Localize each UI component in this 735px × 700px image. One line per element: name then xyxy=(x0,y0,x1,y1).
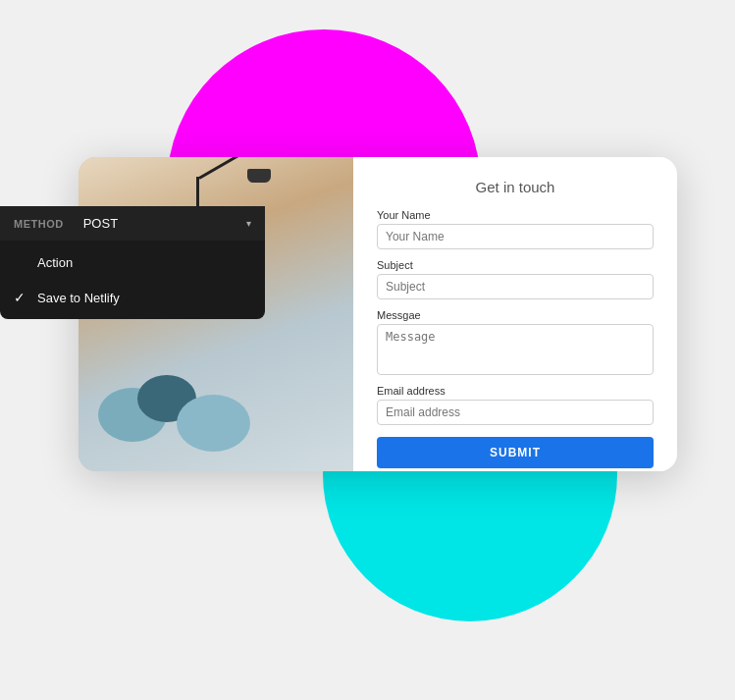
subject-label: Subject xyxy=(377,259,654,271)
email-input[interactable] xyxy=(377,400,654,425)
submit-button[interactable]: SUBMIT xyxy=(377,437,654,468)
dropdown-item-netlify-label: Save to Netlify xyxy=(37,291,251,305)
name-input[interactable] xyxy=(377,224,654,249)
method-label: METHOD xyxy=(14,218,64,230)
check-icon-netlify: ✓ xyxy=(14,290,29,305)
dropdown-overlay: METHOD POST ▾ Action ✓ Save to Netlify xyxy=(0,206,265,319)
message-label: Messgae xyxy=(377,309,654,321)
name-label: Your Name xyxy=(377,209,654,221)
dropdown-items: Action ✓ Save to Netlify xyxy=(0,241,265,319)
form-panel: Get in touch Your Name Subject Messgae E… xyxy=(353,157,677,471)
subject-input[interactable] xyxy=(377,274,654,299)
scene: Get in touch Your Name Subject Messgae E… xyxy=(0,0,735,700)
dropdown-item-netlify[interactable]: ✓ Save to Netlify xyxy=(0,280,265,315)
subject-group: Subject xyxy=(377,259,654,299)
lamp-arm xyxy=(198,157,250,180)
dropdown-item-action[interactable]: Action xyxy=(0,244,265,280)
message-group: Messgae xyxy=(377,309,654,375)
lamp-shade xyxy=(247,169,271,183)
chair-2 xyxy=(177,395,250,452)
dropdown-item-action-label: Action xyxy=(37,255,251,270)
chevron-down-icon: ▾ xyxy=(246,218,251,229)
method-value: POST xyxy=(83,216,227,231)
name-group: Your Name xyxy=(377,209,654,249)
chair-2-body xyxy=(177,395,250,452)
message-textarea[interactable] xyxy=(377,324,654,375)
check-icon-action xyxy=(14,254,29,270)
email-label: Email address xyxy=(377,385,654,397)
dropdown-header[interactable]: METHOD POST ▾ xyxy=(0,206,265,241)
email-group: Email address xyxy=(377,385,654,425)
form-title: Get in touch xyxy=(377,179,654,195)
